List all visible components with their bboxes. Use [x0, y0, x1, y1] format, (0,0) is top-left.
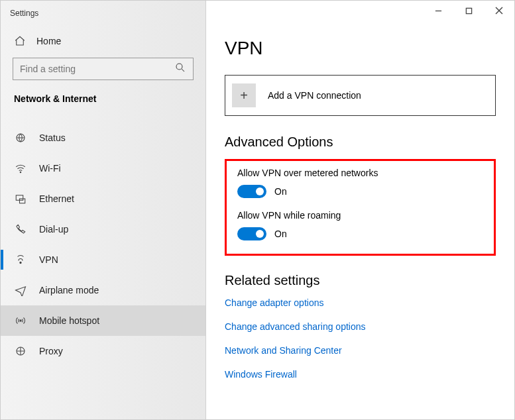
search-icon: [174, 62, 186, 76]
sidebar-item-label: Proxy: [39, 346, 63, 356]
hotspot-icon: [14, 315, 27, 327]
sidebar-item-label: Dial-up: [39, 224, 68, 235]
main-content: VPN + Add a VPN connection Advanced Opti…: [206, 1, 514, 419]
page-title: VPN: [225, 38, 496, 59]
sidebar-item-label: Airplane mode: [39, 285, 99, 295]
option-metered-label: Allow VPN over metered networks: [237, 168, 483, 178]
close-button[interactable]: [484, 1, 514, 21]
sidebar-item-ethernet[interactable]: Ethernet: [1, 184, 205, 214]
svg-point-6: [20, 262, 21, 263]
link-firewall[interactable]: Windows Firewall: [225, 369, 496, 380]
category-heading: Network & Internet: [1, 93, 205, 123]
svg-point-0: [176, 64, 182, 70]
sidebar-item-label: Status: [39, 132, 66, 143]
sidebar-item-proxy[interactable]: Proxy: [1, 336, 205, 366]
sidebar-item-label: Mobile hotspot: [39, 315, 99, 326]
sidebar-item-vpn[interactable]: VPN: [1, 244, 205, 275]
toggle-metered-state: On: [274, 186, 287, 197]
svg-rect-10: [466, 8, 471, 13]
plus-icon: +: [232, 83, 256, 107]
option-metered: Allow VPN over metered networks On: [237, 168, 483, 198]
add-vpn-label: Add a VPN connection: [268, 90, 361, 101]
window-title: Settings: [1, 7, 205, 30]
airplane-icon: [14, 284, 27, 296]
link-sharing[interactable]: Change advanced sharing options: [225, 321, 496, 332]
search-box[interactable]: [13, 58, 194, 80]
advanced-heading: Advanced Options: [225, 134, 496, 150]
sidebar-item-dialup[interactable]: Dial-up: [1, 214, 205, 244]
toggle-metered[interactable]: [237, 185, 266, 198]
svg-rect-5: [20, 199, 25, 203]
related-links: Change adapter options Change advanced s…: [225, 297, 496, 380]
home-nav[interactable]: Home: [1, 30, 205, 58]
toggle-knob: [256, 230, 264, 238]
wifi-icon: [14, 162, 27, 174]
ethernet-icon: [14, 193, 27, 205]
link-network-center[interactable]: Network and Sharing Center: [225, 345, 496, 356]
toggle-knob: [256, 187, 264, 195]
highlight-box: Allow VPN over metered networks On Allow…: [225, 159, 496, 256]
related-heading: Related settings: [225, 273, 496, 288]
option-roaming-label: Allow VPN while roaming: [237, 210, 483, 221]
home-icon: [14, 35, 27, 47]
link-adapter[interactable]: Change adapter options: [225, 297, 496, 308]
home-label: Home: [36, 36, 61, 46]
dialup-icon: [14, 223, 27, 235]
svg-line-1: [182, 69, 184, 72]
sidebar-item-hotspot[interactable]: Mobile hotspot: [1, 305, 205, 336]
sidebar: Settings Home Network & Internet Status …: [1, 1, 206, 419]
vpn-icon: [14, 254, 27, 266]
svg-point-7: [20, 320, 21, 321]
sidebar-item-status[interactable]: Status: [1, 123, 205, 153]
status-icon: [14, 132, 27, 144]
sidebar-item-wifi[interactable]: Wi-Fi: [1, 153, 205, 184]
sidebar-item-label: Ethernet: [39, 193, 74, 204]
maximize-button[interactable]: [453, 1, 484, 21]
minimize-button[interactable]: [423, 1, 453, 21]
sidebar-item-label: Wi-Fi: [39, 163, 61, 174]
proxy-icon: [14, 345, 27, 357]
sidebar-item-airplane[interactable]: Airplane mode: [1, 275, 205, 305]
svg-point-3: [20, 172, 21, 173]
add-vpn-button[interactable]: + Add a VPN connection: [225, 75, 496, 116]
toggle-roaming[interactable]: [237, 227, 266, 240]
toggle-roaming-state: On: [274, 229, 287, 239]
window-controls: [423, 1, 514, 21]
search-input[interactable]: [20, 64, 174, 74]
sidebar-item-label: VPN: [39, 254, 58, 265]
option-roaming: Allow VPN while roaming On: [237, 210, 483, 240]
